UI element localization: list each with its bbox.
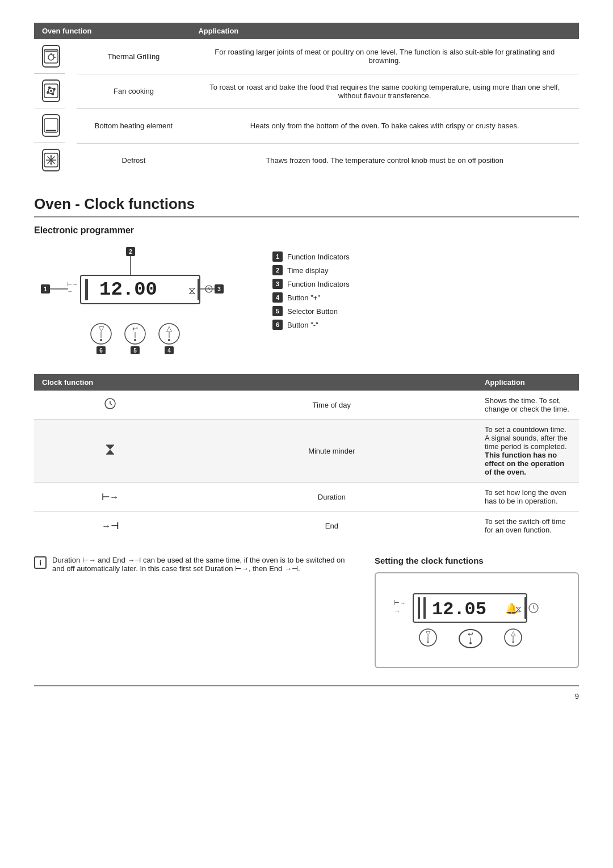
legend-item: 6 Button "-" xyxy=(272,320,579,330)
svg-text:1: 1 xyxy=(44,286,47,292)
svg-text:▽: ▽ xyxy=(426,630,431,636)
svg-text:↩: ↩ xyxy=(468,630,473,638)
icon-col xyxy=(34,143,65,177)
svg-rect-31 xyxy=(198,279,200,300)
svg-marker-61 xyxy=(106,450,114,454)
table-row: →⊣ End To set the switch-off time for an… xyxy=(34,511,579,540)
minute-minder-name: Minute minder xyxy=(187,420,477,483)
thermal-grill-icon xyxy=(42,45,60,68)
legend-item: 3 Function Indicators xyxy=(272,279,579,289)
svg-rect-72 xyxy=(524,597,527,619)
svg-text:4: 4 xyxy=(167,347,171,354)
legend-item: 2 Time display xyxy=(272,265,579,275)
clock-function-table: Clock function Application Time of day S… xyxy=(34,374,579,540)
svg-text:⊢→: ⊢→ xyxy=(394,599,406,606)
subsection-title: Electronic programmer xyxy=(34,225,579,236)
legend-num-2: 2 xyxy=(272,265,283,275)
defrost-icon xyxy=(42,149,60,171)
clock-col-header: Clock function xyxy=(34,374,477,391)
svg-text:→: → xyxy=(67,288,73,294)
legend-item: 5 Selector Button xyxy=(272,306,579,316)
svg-line-59 xyxy=(110,404,112,405)
oven-function-table: Oven function Application xyxy=(34,23,579,177)
legend-num-4: 4 xyxy=(272,292,283,303)
legend-item: 4 Button "+" xyxy=(272,292,579,303)
svg-point-83 xyxy=(469,642,472,644)
page-number: 9 xyxy=(34,685,579,701)
duration-icon: ⊢→ xyxy=(34,483,187,511)
oven-col-header: Oven function xyxy=(34,23,190,39)
svg-text:12.05: 12.05 xyxy=(432,599,486,620)
clock-setting-box: Setting the clock functions ⊢→ → 12.05 🔔… xyxy=(375,556,579,668)
legend-label-4: Button "+" xyxy=(287,293,320,302)
thermal-grilling-name: Thermal Grilling xyxy=(77,39,190,74)
programmer-section: 2 1 ⊢→ → 12.00 ⧖ 3 xyxy=(34,246,579,354)
legend-num-3: 3 xyxy=(272,279,283,289)
fan-cooking-icon xyxy=(42,79,60,102)
legend-num-5: 5 xyxy=(272,306,283,316)
time-of-day-name: Time of day xyxy=(187,391,477,420)
fan-cooking-desc: To roast or roast and bake the food that… xyxy=(190,74,579,108)
programmer-diagram: 2 1 ⊢→ → 12.00 ⧖ 3 xyxy=(34,246,250,354)
svg-rect-28 xyxy=(85,279,88,300)
table-row: Fan cooking To roast or roast and bake t… xyxy=(34,74,579,108)
minute-minder-desc: To set a countdown time. A signal sounds… xyxy=(477,420,579,483)
icon-col xyxy=(34,74,65,108)
icon-col xyxy=(34,108,65,143)
svg-rect-67 xyxy=(418,597,420,619)
table-row: Minute minder To set a countdown time. A… xyxy=(34,420,579,483)
legend-num-1: 1 xyxy=(272,251,283,262)
svg-line-4 xyxy=(53,54,54,56)
end-desc: To set the switch-off time for an oven f… xyxy=(477,511,579,540)
thermal-grilling-desc: For roasting larger joints of meat or po… xyxy=(190,39,579,74)
svg-point-87 xyxy=(513,641,514,643)
svg-rect-68 xyxy=(423,597,426,619)
svg-text:2: 2 xyxy=(129,249,132,255)
svg-point-8 xyxy=(50,90,52,92)
legend-label-6: Button "-" xyxy=(287,321,318,329)
svg-text:⊢→: ⊢→ xyxy=(67,281,78,287)
svg-text:↩: ↩ xyxy=(132,325,138,333)
clock-setting-title: Setting the clock functions xyxy=(375,556,579,565)
icon-col xyxy=(34,39,65,74)
time-of-day-icon xyxy=(34,391,187,420)
svg-text:→: → xyxy=(394,607,400,614)
minute-minder-icon xyxy=(34,420,187,483)
clock-application-header: Application xyxy=(477,374,579,391)
legend-label-5: Selector Button xyxy=(287,307,338,316)
bottom-heat-name: Bottom heating element xyxy=(77,108,190,143)
legend-num-6: 6 xyxy=(272,320,283,330)
svg-point-54 xyxy=(168,339,170,341)
svg-point-79 xyxy=(427,641,429,643)
end-icon: →⊣ xyxy=(34,511,187,540)
info-text: Duration ⊢→ and End →⊣ can be used at th… xyxy=(52,556,352,573)
bottom-section: i Duration ⊢→ and End →⊣ can be used at … xyxy=(34,556,579,668)
table-row: Defrost Thaws frozen food. The temperatu… xyxy=(34,143,579,177)
bottom-heat-desc: Heats only from the bottom of the oven. … xyxy=(190,108,579,143)
svg-point-42 xyxy=(100,339,102,341)
svg-text:3: 3 xyxy=(217,286,221,292)
legend-label-3: Function Indicators xyxy=(287,280,350,288)
svg-text:5: 5 xyxy=(133,347,137,354)
table-row: Time of day Shows the time. To set, chan… xyxy=(34,391,579,420)
info-icon: i xyxy=(34,556,47,569)
duration-name: Duration xyxy=(187,483,477,511)
svg-line-75 xyxy=(534,608,535,610)
svg-point-48 xyxy=(134,339,136,341)
defrost-name: Defrost xyxy=(77,143,190,177)
defrost-desc: Thaws frozen food. The temperature contr… xyxy=(190,143,579,177)
svg-text:▽: ▽ xyxy=(99,325,104,333)
svg-text:△: △ xyxy=(166,324,172,333)
minute-minder-bold-note: This function has no effect on the opera… xyxy=(485,451,564,476)
table-row: Bottom heating element Heats only from t… xyxy=(34,108,579,143)
application-col-header: Application xyxy=(190,23,579,39)
section-title: Oven - Clock functions xyxy=(34,195,579,217)
svg-text:12.00: 12.00 xyxy=(99,279,157,300)
fan-cooking-name: Fan cooking xyxy=(77,74,190,108)
svg-text:⧖: ⧖ xyxy=(188,285,196,296)
svg-text:6: 6 xyxy=(99,347,103,354)
table-row: ⊢→ Duration To set how long the oven has… xyxy=(34,483,579,511)
svg-text:△: △ xyxy=(511,630,516,636)
legend-label-2: Time display xyxy=(287,266,328,275)
end-name: End xyxy=(187,511,477,540)
